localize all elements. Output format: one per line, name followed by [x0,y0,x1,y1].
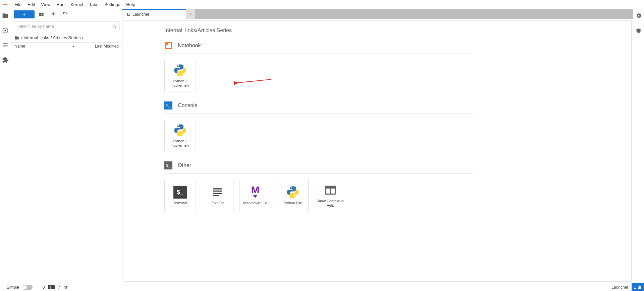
section-header-console: >_ Console [164,101,473,114]
svg-point-0 [5,2,5,3]
filebrowser-panel: / Internal_links / Articles Series / Nam… [11,9,122,283]
left-sidebar [0,9,11,283]
svg-text:M: M [251,186,260,195]
breadcrumb-part-1[interactable]: / Articles Series [51,35,81,40]
python-icon [173,124,187,137]
header-name-label: Name [14,44,25,49]
status-zero: 0 [43,285,45,290]
menu-file[interactable]: File [11,1,24,8]
notebook-section-icon [164,42,172,50]
launch-icon [126,12,130,16]
filebrowser-header: Name Last Modified [11,43,122,50]
card-markdown-file[interactable]: M Markdown File [239,180,271,211]
terminal-badge-icon[interactable]: $_ [48,285,54,289]
refresh-icon[interactable] [60,10,71,18]
svg-rect-8 [330,189,331,194]
right-sidebar [633,9,644,283]
card-label: Markdown File [243,201,267,205]
card-label: Text File [211,201,225,205]
menu-tabs[interactable]: Tabs [86,1,101,8]
tabbar: Launcher [122,9,633,19]
card-console-python3[interactable]: Python 3 (ipykernel) [164,120,196,151]
menu-edit[interactable]: Edit [24,1,38,8]
filter-wrap [11,20,122,33]
debug-icon[interactable] [635,27,642,34]
breadcrumb-part-2[interactable]: / [82,35,83,40]
svg-point-1 [7,6,7,6]
section-notebook: Notebook Python 3 (ipykernel) [164,42,631,91]
other-cards: $_ Terminal Text File M Markdown File [164,180,631,211]
menu-settings[interactable]: Settings [101,1,123,8]
menu-run[interactable]: Run [53,1,67,8]
card-notebook-python3[interactable]: Python 3 (ipykernel) [164,60,196,91]
svg-rect-3 [5,30,6,31]
section-title-other: Other [178,162,191,168]
python-icon [286,186,300,199]
folder-icon[interactable] [2,12,9,19]
python-icon [173,64,187,77]
svg-rect-7 [325,186,335,189]
extension-icon[interactable] [2,57,9,63]
status-mode-label: Launcher [608,285,632,290]
new-launcher-button[interactable] [14,10,35,18]
header-name[interactable]: Name [14,44,72,49]
section-title-console: Console [178,102,198,108]
help-icon [324,184,337,197]
text-file-icon [211,186,224,199]
search-icon [112,24,117,29]
card-label: Python File [283,201,302,205]
terminal-icon: $_ [173,186,187,199]
card-label: Show Contextual Help [316,199,344,208]
simple-toggle[interactable] [22,285,33,290]
notification-badge[interactable]: 1 [632,283,644,291]
card-python-file[interactable]: Python File [277,180,309,211]
breadcrumb: / Internal_links / Articles Series / [11,33,122,43]
card-contextual-help[interactable]: Show Contextual Help [315,180,346,211]
menu-view[interactable]: View [38,1,53,8]
header-modified[interactable]: Last Modified [95,44,119,49]
statusbar: Simple 0 $_ 7 Launcher 1 [0,283,644,291]
filebrowser-toolbar [11,9,122,20]
section-other: $_ Other $_ Terminal Text File [164,161,631,211]
main-area: / Internal_links / Articles Series / Nam… [0,9,644,283]
tab-launcher[interactable]: Launcher [122,9,186,19]
statusbar-right: Launcher 1 [608,283,644,291]
tab-add-button[interactable] [186,9,196,19]
markdown-icon: M [249,186,262,199]
launcher-cwd: Internal_links/Articles Series [164,27,631,33]
notebook-cards: Python 3 (ipykernel) [164,60,631,91]
section-header-other: $_ Other [164,161,473,174]
kernel-status-icon[interactable] [63,285,68,290]
section-title-notebook: Notebook [178,43,201,49]
terminals-count: 7 [58,285,60,290]
notif-count: 1 [634,285,636,290]
console-section-icon: >_ [164,101,172,110]
card-terminal[interactable]: $_ Terminal [164,180,196,211]
new-folder-icon[interactable] [36,10,47,18]
jupyter-logo [2,1,8,7]
filter-input[interactable] [14,21,119,31]
statusbar-left: Simple 0 $_ 7 [7,285,68,290]
bell-icon [637,285,642,290]
upload-icon[interactable] [48,10,59,18]
launcher-body: Internal_links/Articles Series Notebook … [124,20,632,282]
other-section-icon: $_ [164,161,172,169]
console-cards: Python 3 (ipykernel) [164,120,631,151]
menubar: File Edit View Run Kernel Tabs Settings … [0,0,644,9]
running-icon[interactable] [2,27,9,34]
toc-icon[interactable] [2,42,9,49]
tab-title: Launcher [132,12,149,17]
breadcrumb-part-0[interactable]: / Internal_links [21,35,49,40]
section-console: >_ Console Python 3 (ipykernel) [164,101,631,151]
card-text-file[interactable]: Text File [202,180,233,211]
workarea: Launcher Internal_links/Articles Series … [122,9,633,283]
property-inspector-icon[interactable] [635,12,642,19]
menu-kernel[interactable]: Kernel [67,1,86,8]
sort-asc-icon [72,46,75,47]
simple-label: Simple [7,285,19,290]
card-label: Python 3 (ipykernel) [171,139,189,148]
card-label: Python 3 (ipykernel) [171,79,189,88]
menu-help[interactable]: Help [123,1,138,8]
section-header-notebook: Notebook [164,42,473,54]
folder-icon[interactable] [14,35,19,40]
